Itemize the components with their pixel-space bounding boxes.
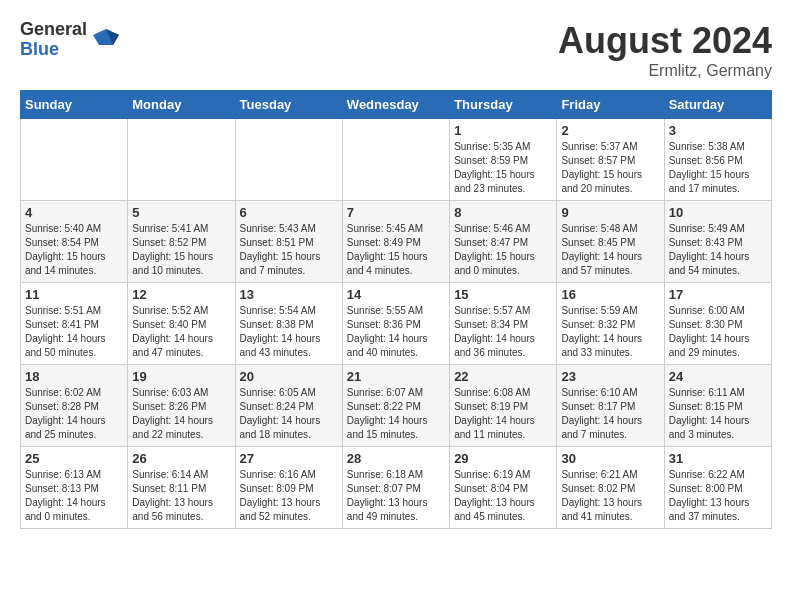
column-header-saturday: Saturday [664, 91, 771, 119]
day-info: Sunrise: 6:07 AM Sunset: 8:22 PM Dayligh… [347, 386, 445, 442]
day-info: Sunrise: 5:49 AM Sunset: 8:43 PM Dayligh… [669, 222, 767, 278]
calendar-cell: 28Sunrise: 6:18 AM Sunset: 8:07 PM Dayli… [342, 447, 449, 529]
day-info: Sunrise: 6:00 AM Sunset: 8:30 PM Dayligh… [669, 304, 767, 360]
day-number: 31 [669, 451, 767, 466]
calendar-cell [342, 119, 449, 201]
logo-general-text: General [20, 20, 87, 40]
calendar-cell: 14Sunrise: 5:55 AM Sunset: 8:36 PM Dayli… [342, 283, 449, 365]
day-info: Sunrise: 6:08 AM Sunset: 8:19 PM Dayligh… [454, 386, 552, 442]
day-number: 14 [347, 287, 445, 302]
day-info: Sunrise: 5:45 AM Sunset: 8:49 PM Dayligh… [347, 222, 445, 278]
day-number: 6 [240, 205, 338, 220]
calendar-cell: 3Sunrise: 5:38 AM Sunset: 8:56 PM Daylig… [664, 119, 771, 201]
calendar-cell: 27Sunrise: 6:16 AM Sunset: 8:09 PM Dayli… [235, 447, 342, 529]
calendar-cell: 22Sunrise: 6:08 AM Sunset: 8:19 PM Dayli… [450, 365, 557, 447]
day-info: Sunrise: 6:18 AM Sunset: 8:07 PM Dayligh… [347, 468, 445, 524]
calendar-cell: 9Sunrise: 5:48 AM Sunset: 8:45 PM Daylig… [557, 201, 664, 283]
calendar-cell: 29Sunrise: 6:19 AM Sunset: 8:04 PM Dayli… [450, 447, 557, 529]
calendar-cell: 21Sunrise: 6:07 AM Sunset: 8:22 PM Dayli… [342, 365, 449, 447]
month-year: August 2024 [558, 20, 772, 62]
calendar-week-row: 18Sunrise: 6:02 AM Sunset: 8:28 PM Dayli… [21, 365, 772, 447]
calendar-cell: 7Sunrise: 5:45 AM Sunset: 8:49 PM Daylig… [342, 201, 449, 283]
day-info: Sunrise: 5:38 AM Sunset: 8:56 PM Dayligh… [669, 140, 767, 196]
day-number: 29 [454, 451, 552, 466]
logo-icon [91, 25, 121, 55]
calendar-cell: 6Sunrise: 5:43 AM Sunset: 8:51 PM Daylig… [235, 201, 342, 283]
day-info: Sunrise: 5:59 AM Sunset: 8:32 PM Dayligh… [561, 304, 659, 360]
day-number: 17 [669, 287, 767, 302]
column-header-sunday: Sunday [21, 91, 128, 119]
day-number: 1 [454, 123, 552, 138]
day-info: Sunrise: 5:57 AM Sunset: 8:34 PM Dayligh… [454, 304, 552, 360]
logo: General Blue [20, 20, 121, 60]
title-section: August 2024 Ermlitz, Germany [558, 20, 772, 80]
calendar-cell: 11Sunrise: 5:51 AM Sunset: 8:41 PM Dayli… [21, 283, 128, 365]
day-info: Sunrise: 6:13 AM Sunset: 8:13 PM Dayligh… [25, 468, 123, 524]
calendar-cell: 13Sunrise: 5:54 AM Sunset: 8:38 PM Dayli… [235, 283, 342, 365]
calendar-cell [21, 119, 128, 201]
calendar-cell: 5Sunrise: 5:41 AM Sunset: 8:52 PM Daylig… [128, 201, 235, 283]
day-info: Sunrise: 5:46 AM Sunset: 8:47 PM Dayligh… [454, 222, 552, 278]
day-info: Sunrise: 6:05 AM Sunset: 8:24 PM Dayligh… [240, 386, 338, 442]
calendar-week-row: 1Sunrise: 5:35 AM Sunset: 8:59 PM Daylig… [21, 119, 772, 201]
day-info: Sunrise: 5:43 AM Sunset: 8:51 PM Dayligh… [240, 222, 338, 278]
calendar-cell: 4Sunrise: 5:40 AM Sunset: 8:54 PM Daylig… [21, 201, 128, 283]
calendar-cell: 18Sunrise: 6:02 AM Sunset: 8:28 PM Dayli… [21, 365, 128, 447]
day-number: 4 [25, 205, 123, 220]
day-number: 19 [132, 369, 230, 384]
day-number: 22 [454, 369, 552, 384]
day-number: 23 [561, 369, 659, 384]
logo-blue-text: Blue [20, 40, 87, 60]
day-number: 12 [132, 287, 230, 302]
calendar-cell: 26Sunrise: 6:14 AM Sunset: 8:11 PM Dayli… [128, 447, 235, 529]
day-info: Sunrise: 6:21 AM Sunset: 8:02 PM Dayligh… [561, 468, 659, 524]
day-info: Sunrise: 5:48 AM Sunset: 8:45 PM Dayligh… [561, 222, 659, 278]
column-header-thursday: Thursday [450, 91, 557, 119]
column-header-wednesday: Wednesday [342, 91, 449, 119]
column-header-friday: Friday [557, 91, 664, 119]
calendar-cell: 25Sunrise: 6:13 AM Sunset: 8:13 PM Dayli… [21, 447, 128, 529]
day-info: Sunrise: 6:03 AM Sunset: 8:26 PM Dayligh… [132, 386, 230, 442]
calendar-cell: 12Sunrise: 5:52 AM Sunset: 8:40 PM Dayli… [128, 283, 235, 365]
day-number: 10 [669, 205, 767, 220]
day-number: 21 [347, 369, 445, 384]
day-info: Sunrise: 5:37 AM Sunset: 8:57 PM Dayligh… [561, 140, 659, 196]
calendar-cell: 23Sunrise: 6:10 AM Sunset: 8:17 PM Dayli… [557, 365, 664, 447]
day-number: 5 [132, 205, 230, 220]
day-number: 28 [347, 451, 445, 466]
day-info: Sunrise: 6:02 AM Sunset: 8:28 PM Dayligh… [25, 386, 123, 442]
day-number: 18 [25, 369, 123, 384]
column-header-monday: Monday [128, 91, 235, 119]
page-header: General Blue August 2024 Ermlitz, German… [20, 20, 772, 80]
calendar-cell: 1Sunrise: 5:35 AM Sunset: 8:59 PM Daylig… [450, 119, 557, 201]
day-number: 30 [561, 451, 659, 466]
calendar-header-row: SundayMondayTuesdayWednesdayThursdayFrid… [21, 91, 772, 119]
day-info: Sunrise: 6:16 AM Sunset: 8:09 PM Dayligh… [240, 468, 338, 524]
day-number: 7 [347, 205, 445, 220]
calendar-cell: 8Sunrise: 5:46 AM Sunset: 8:47 PM Daylig… [450, 201, 557, 283]
day-number: 3 [669, 123, 767, 138]
calendar-week-row: 11Sunrise: 5:51 AM Sunset: 8:41 PM Dayli… [21, 283, 772, 365]
calendar-cell: 24Sunrise: 6:11 AM Sunset: 8:15 PM Dayli… [664, 365, 771, 447]
day-info: Sunrise: 5:40 AM Sunset: 8:54 PM Dayligh… [25, 222, 123, 278]
calendar-cell [235, 119, 342, 201]
day-info: Sunrise: 5:54 AM Sunset: 8:38 PM Dayligh… [240, 304, 338, 360]
day-number: 20 [240, 369, 338, 384]
calendar-week-row: 25Sunrise: 6:13 AM Sunset: 8:13 PM Dayli… [21, 447, 772, 529]
day-number: 27 [240, 451, 338, 466]
day-info: Sunrise: 5:35 AM Sunset: 8:59 PM Dayligh… [454, 140, 552, 196]
day-number: 11 [25, 287, 123, 302]
calendar-cell: 15Sunrise: 5:57 AM Sunset: 8:34 PM Dayli… [450, 283, 557, 365]
calendar-cell: 31Sunrise: 6:22 AM Sunset: 8:00 PM Dayli… [664, 447, 771, 529]
day-info: Sunrise: 6:22 AM Sunset: 8:00 PM Dayligh… [669, 468, 767, 524]
day-number: 13 [240, 287, 338, 302]
calendar-cell: 17Sunrise: 6:00 AM Sunset: 8:30 PM Dayli… [664, 283, 771, 365]
day-number: 15 [454, 287, 552, 302]
day-info: Sunrise: 6:19 AM Sunset: 8:04 PM Dayligh… [454, 468, 552, 524]
calendar-cell: 30Sunrise: 6:21 AM Sunset: 8:02 PM Dayli… [557, 447, 664, 529]
column-header-tuesday: Tuesday [235, 91, 342, 119]
day-number: 26 [132, 451, 230, 466]
calendar-table: SundayMondayTuesdayWednesdayThursdayFrid… [20, 90, 772, 529]
calendar-cell: 19Sunrise: 6:03 AM Sunset: 8:26 PM Dayli… [128, 365, 235, 447]
day-info: Sunrise: 5:55 AM Sunset: 8:36 PM Dayligh… [347, 304, 445, 360]
